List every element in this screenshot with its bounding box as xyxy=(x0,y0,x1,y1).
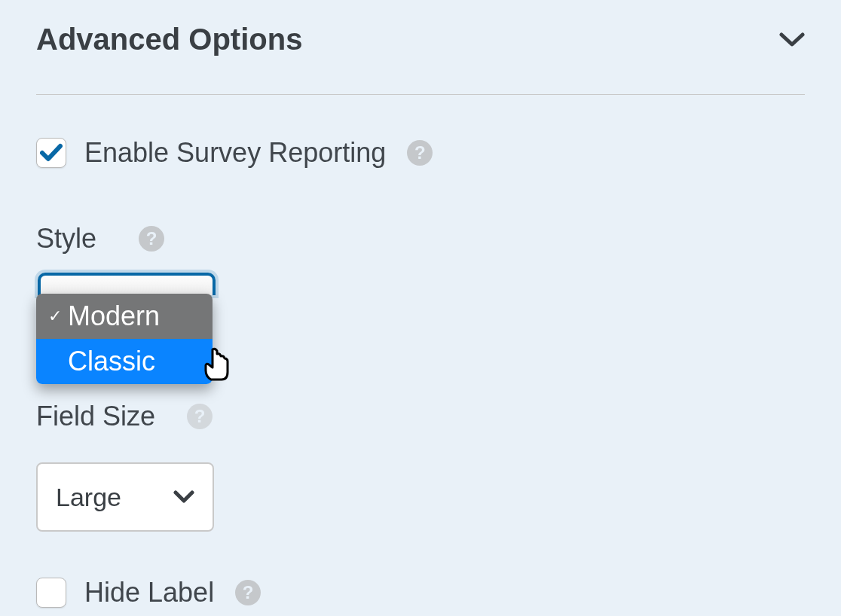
help-icon[interactable]: ? xyxy=(407,140,433,166)
cursor-pointer-icon xyxy=(199,345,235,386)
help-icon[interactable]: ? xyxy=(139,226,164,252)
hide-label-label: Hide Label xyxy=(84,577,214,608)
enable-survey-row: Enable Survey Reporting ? xyxy=(36,137,805,169)
hide-label-checkbox[interactable] xyxy=(36,578,66,608)
field-size-value: Large xyxy=(56,483,121,512)
chevron-down-icon xyxy=(173,490,194,504)
style-label: Style xyxy=(36,223,96,255)
style-label-row: Style ? xyxy=(36,223,805,255)
option-label: Modern xyxy=(68,300,160,332)
style-select-area: ✓ Modern Classic xyxy=(36,273,805,384)
check-icon: ✓ xyxy=(47,306,63,326)
help-icon[interactable]: ? xyxy=(235,580,261,605)
help-icon[interactable]: ? xyxy=(187,404,213,429)
field-size-select[interactable]: Large xyxy=(36,462,214,532)
field-size-label: Field Size xyxy=(36,401,155,432)
hide-label-row: Hide Label ? xyxy=(36,577,805,608)
enable-survey-label: Enable Survey Reporting xyxy=(84,137,386,169)
enable-survey-checkbox[interactable] xyxy=(36,138,66,168)
option-label: Classic xyxy=(68,346,155,377)
advanced-options-header[interactable]: Advanced Options xyxy=(36,23,805,95)
section-title: Advanced Options xyxy=(36,23,302,56)
style-select[interactable] xyxy=(38,273,216,295)
field-size-label-row: Field Size ? xyxy=(36,401,805,432)
style-option-modern[interactable]: ✓ Modern xyxy=(36,294,213,339)
chevron-down-icon xyxy=(779,32,805,47)
style-option-classic[interactable]: Classic xyxy=(36,339,213,384)
style-dropdown: ✓ Modern Classic xyxy=(36,294,213,384)
